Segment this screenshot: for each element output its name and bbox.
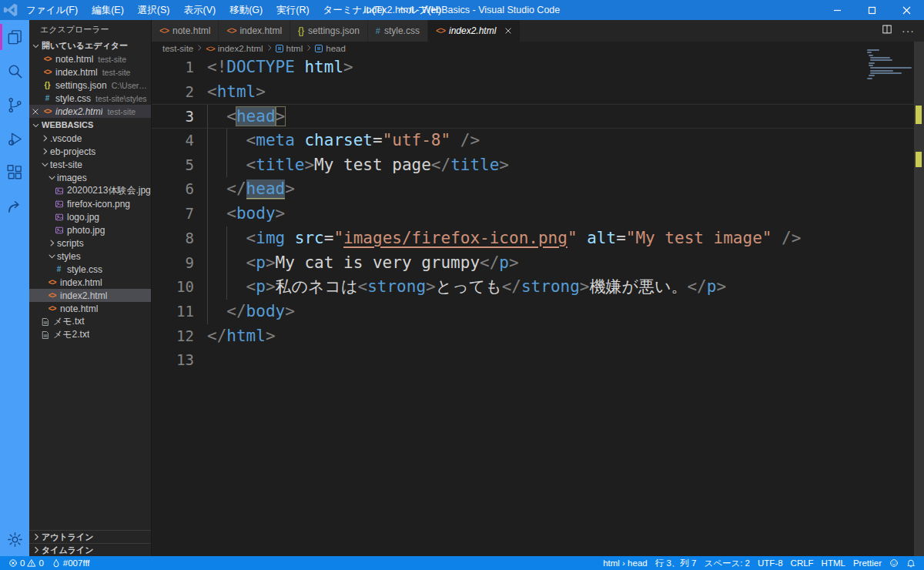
tree-item-folder[interactable]: scripts: [29, 236, 151, 250]
tree-item-folder[interactable]: eb-projects: [29, 145, 151, 158]
scrollbar[interactable]: [914, 42, 924, 556]
error-icon: [8, 558, 18, 568]
minimap-line: [869, 62, 874, 64]
split-editor-icon[interactable]: [882, 24, 892, 38]
minimap-line: [870, 57, 889, 59]
tree-item-file[interactable]: メモ.txt: [29, 315, 151, 328]
breadcrumb-item-index2-html[interactable]: <>index2.html: [206, 44, 263, 53]
tab-settings-json[interactable]: {}settings.json: [290, 20, 367, 42]
timeline-panel-header[interactable]: タイムライン: [29, 543, 151, 556]
outline-panel-header[interactable]: アウトライン: [29, 530, 151, 543]
gear-icon: [6, 531, 24, 548]
status-feedback[interactable]: [886, 556, 902, 570]
code-line[interactable]: 3 <head>: [152, 104, 924, 129]
code-line[interactable]: 1<!DOCTYPE html>: [152, 55, 924, 80]
activity-source-control[interactable]: [0, 88, 29, 122]
status-indentation[interactable]: スペース: 2: [700, 556, 754, 570]
code-line[interactable]: 11 </body>: [152, 300, 924, 324]
close-icon[interactable]: [504, 27, 512, 35]
code-line[interactable]: 13: [152, 348, 924, 373]
open-editor-item[interactable]: {}settings.jsonC:\Users\cyb...: [29, 79, 151, 92]
tree-item-file[interactable]: <>index.html: [29, 276, 151, 289]
tree-item-folder[interactable]: images: [29, 171, 151, 184]
tab-index2-html[interactable]: <>index2.html: [428, 20, 520, 42]
activity-live-share[interactable]: [0, 189, 29, 223]
menu-item-r[interactable]: 実行(R): [270, 0, 316, 20]
activity-settings[interactable]: [0, 522, 29, 556]
tree-item-file[interactable]: <>index2.html: [29, 289, 151, 302]
code-line[interactable]: 9 <p>My cat is very grumpy</p>: [152, 251, 924, 276]
file-type-txt-icon: [39, 317, 51, 327]
maximize-button[interactable]: [855, 0, 889, 20]
tree-item-file[interactable]: メモ2.txt: [29, 328, 151, 341]
tab-index-html[interactable]: <>index.html: [219, 20, 290, 42]
code-text: <meta charset="utf-8" />: [207, 129, 480, 153]
tree-item-file[interactable]: 20200213体験会.jpg: [29, 184, 151, 197]
status-formatter[interactable]: Prettier: [849, 556, 886, 570]
activity-search[interactable]: [0, 54, 29, 88]
code-line[interactable]: 7 <body>: [152, 202, 924, 226]
tab-note-html[interactable]: <>note.html: [152, 20, 218, 42]
menu-item-t[interactable]: ターミナル(T): [316, 0, 392, 20]
status-html-path[interactable]: html › head: [599, 556, 651, 570]
code-line[interactable]: 10 <p>私のネコは<strong>とっても</strong>機嫌が悪い。</…: [152, 275, 924, 300]
tree-item-file[interactable]: #style.css: [29, 263, 151, 276]
more-actions-icon[interactable]: ···: [902, 25, 915, 37]
file-label: index2.html: [60, 290, 107, 301]
status-language-mode[interactable]: HTML: [818, 556, 849, 570]
code-editor[interactable]: 1<!DOCTYPE html>2<html>3 <head>4 <meta c…: [152, 55, 924, 373]
file-label: index.html: [55, 67, 98, 78]
tab-style-css[interactable]: #style.css: [368, 20, 427, 42]
activity-run-debug[interactable]: [0, 122, 29, 156]
activity-extensions[interactable]: [0, 156, 29, 189]
code-line[interactable]: 4 <meta charset="utf-8" />: [152, 129, 924, 153]
open-editor-item[interactable]: <>index2.htmltest-site: [29, 105, 151, 118]
status-problems[interactable]: 00: [5, 556, 48, 570]
window-controls: [820, 0, 924, 20]
menu-item-s[interactable]: 選択(S): [131, 0, 177, 20]
status-eol[interactable]: CRLF: [787, 556, 818, 570]
breadcrumb: test-site<>index2.htmlhtmlhead: [152, 42, 924, 55]
activity-bar: [0, 20, 29, 556]
menu-item-g[interactable]: 移動(G): [223, 0, 270, 20]
status-encoding[interactable]: UTF-8: [754, 556, 787, 570]
menu-item-f[interactable]: ファイル(F): [19, 0, 85, 20]
indent-guide: [226, 275, 227, 300]
tree-item-folder[interactable]: .vscode: [29, 132, 151, 145]
status-peacock-color[interactable]: #007fff: [48, 556, 94, 570]
status-notifications[interactable]: [902, 556, 919, 570]
code-line[interactable]: 2<html>: [152, 80, 924, 105]
tree-item-file[interactable]: <>note.html: [29, 302, 151, 315]
close-window-button[interactable]: [889, 0, 924, 20]
symbol-element-icon: [276, 45, 283, 52]
close-icon[interactable]: [29, 108, 42, 116]
tree-item-folder[interactable]: styles: [29, 250, 151, 263]
code-line[interactable]: 12</html>: [152, 324, 924, 349]
code-line[interactable]: 6 </head>: [152, 177, 924, 202]
menu-item-v[interactable]: 表示(V): [176, 0, 223, 20]
chevron-down-icon: [46, 173, 57, 182]
code-line[interactable]: 8 <img src="images/firefox-icon.png" alt…: [152, 226, 924, 251]
open-editor-item[interactable]: #style.csstest-site\styles: [29, 92, 151, 105]
open-editor-item[interactable]: <>note.htmltest-site: [29, 52, 151, 65]
breadcrumb-item-test-site[interactable]: test-site: [162, 44, 193, 53]
tree-item-file[interactable]: firefox-icon.png: [29, 197, 151, 210]
minimap[interactable]: [867, 49, 912, 82]
chevron-down-icon: [46, 252, 57, 260]
open-editor-item[interactable]: <>index.htmltest-site: [29, 65, 151, 79]
code-line[interactable]: 5 <title>My test page</title>: [152, 153, 924, 178]
menu-item-h[interactable]: ヘルプ(H): [391, 0, 448, 20]
file-label: メモ2.txt: [53, 328, 89, 341]
minimize-button[interactable]: [820, 0, 855, 20]
breadcrumb-item-head[interactable]: head: [315, 44, 346, 53]
tree-item-file[interactable]: logo.jpg: [29, 210, 151, 223]
activity-explorer[interactable]: [0, 20, 29, 54]
breadcrumb-item-html[interactable]: html: [276, 44, 303, 53]
tree-item-file[interactable]: photo.jpg: [29, 223, 151, 236]
menu-item-e[interactable]: 編集(E): [85, 0, 131, 20]
run-debug-icon: [6, 130, 24, 148]
status-cursor-position[interactable]: 行 3、列 7: [651, 556, 701, 570]
workspace-header[interactable]: WEBBASICS: [29, 118, 151, 132]
open-editors-header[interactable]: 開いているエディター: [29, 39, 151, 52]
tree-item-folder[interactable]: test-site: [29, 158, 151, 171]
